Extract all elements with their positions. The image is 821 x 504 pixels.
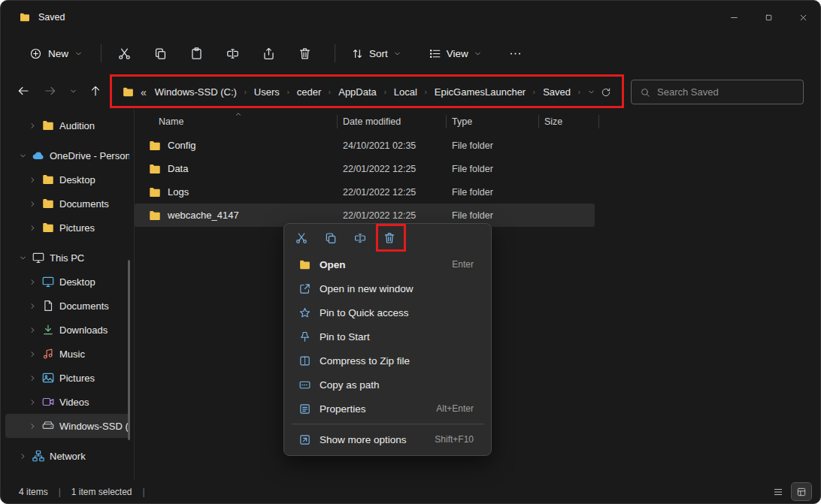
chevron-right-icon [383, 89, 388, 96]
breadcrumb-segment[interactable]: AppData [335, 83, 380, 101]
close-button[interactable] [786, 1, 820, 34]
sidebar-scrollbar[interactable] [128, 260, 130, 440]
sidebar-item-documents[interactable]: Documents [5, 294, 129, 318]
chevron-down-icon [393, 50, 401, 58]
sidebar-item-videos[interactable]: Videos [5, 390, 129, 414]
list-view-toggle-button[interactable] [768, 483, 788, 500]
search-input[interactable] [657, 86, 792, 98]
chevron-down-icon [474, 50, 482, 58]
breadcrumb-segment[interactable]: Saved [539, 83, 574, 101]
forward-button[interactable] [38, 79, 62, 103]
sidebar-item-label: Downloads [59, 324, 129, 336]
folder-icon [298, 258, 311, 271]
sidebar-item-desktop-onedrive[interactable]: Desktop [5, 167, 129, 192]
arrow-right-icon [44, 84, 57, 98]
context-menu-item-open[interactable]: Open Enter [288, 252, 487, 276]
sidebar-item-label: This PC [50, 252, 129, 264]
view-list-icon [429, 47, 441, 60]
menu-item-label: Pin to Quick access [320, 307, 409, 318]
minimize-button[interactable] [716, 1, 751, 34]
rename-button[interactable] [217, 40, 247, 67]
breadcrumb-segment[interactable]: Users [250, 83, 283, 101]
sidebar-item-label: Music [59, 349, 129, 360]
paste-button[interactable] [181, 40, 211, 67]
maximize-button[interactable] [751, 1, 786, 34]
sidebar-item-label: Documents [59, 198, 129, 210]
search-icon [640, 87, 650, 98]
file-row-logs[interactable]: Logs 22/01/2022 12:25 File folder [135, 180, 595, 204]
address-dropdown-button[interactable] [584, 82, 598, 103]
breadcrumb-segment[interactable]: Windows-SSD (C:) [151, 83, 241, 101]
context-menu-item-pin-to-start[interactable]: Pin to Start [288, 324, 487, 349]
details-view-toggle-button[interactable] [792, 483, 811, 500]
sidebar-item-documents-onedrive[interactable]: Documents [5, 192, 129, 216]
breadcrumb-collapse[interactable]: « [141, 86, 147, 98]
delete-button[interactable] [289, 40, 320, 67]
column-header-date-modified[interactable]: Date modified [337, 110, 446, 134]
context-menu-quick-actions [284, 224, 491, 252]
sidebar-item-onedrive[interactable]: OneDrive - Personal [5, 143, 129, 167]
sidebar-item-music[interactable]: Music [5, 342, 129, 366]
recent-locations-button[interactable] [64, 79, 82, 103]
rename-button[interactable] [349, 227, 371, 249]
column-header-name[interactable]: Name [135, 110, 337, 134]
up-button[interactable] [83, 79, 108, 103]
share-button[interactable] [253, 40, 283, 67]
context-menu-item-open-in-new-window[interactable]: Open in new window [288, 276, 487, 300]
sidebar-item-downloads[interactable]: Downloads [5, 318, 129, 342]
context-menu-item-properties[interactable]: Properties Alt+Enter [288, 397, 487, 421]
sidebar-item-windows-ssd[interactable]: Windows-SSD (C:) [5, 414, 129, 438]
sort-button[interactable]: Sort [343, 42, 410, 65]
breadcrumb-segment[interactable]: EpicGamesLauncher [431, 83, 529, 101]
sidebar-item-label: Documents [59, 300, 129, 312]
sidebar-item-this-pc[interactable]: This PC [5, 246, 129, 270]
download-icon [41, 323, 55, 337]
refresh-button[interactable] [598, 82, 613, 103]
chevron-right-icon [29, 374, 37, 382]
breadcrumb-segment[interactable]: ceder [293, 83, 326, 101]
sidebar-item-network[interactable]: Network [5, 444, 129, 468]
context-menu-item-pin-to-quick-access[interactable]: Pin to Quick access [288, 300, 487, 324]
new-button[interactable]: New [20, 42, 92, 65]
cut-button[interactable] [290, 227, 313, 249]
file-row-data[interactable]: Data 22/01/2022 12:25 File folder [135, 157, 595, 180]
menu-item-label: Copy as path [320, 379, 380, 391]
delete-button[interactable] [378, 227, 401, 249]
toolbar-divider [101, 44, 101, 62]
status-bar: 4 items | 1 item selected | [1, 480, 820, 503]
back-button[interactable] [11, 79, 35, 103]
chevron-down-icon [19, 152, 27, 160]
folder-icon [41, 221, 55, 234]
context-menu-item-copy-as-path[interactable]: Copy as path [288, 373, 487, 397]
navigation-pane: Audition OneDrive - Personal Desktop Doc… [1, 110, 135, 480]
sidebar-item-audition[interactable]: Audition [5, 113, 129, 137]
chevron-down-icon [19, 254, 27, 262]
file-row-config[interactable]: Config 24/10/2021 02:35 File folder [135, 134, 595, 157]
menu-item-label: Open in new window [320, 283, 414, 294]
chevron-right-icon [532, 89, 537, 96]
context-menu-item-compress-to-zip[interactable]: Compress to Zip file [288, 349, 487, 373]
sort-button-label: Sort [369, 48, 388, 59]
sidebar-item-desktop[interactable]: Desktop [5, 270, 129, 294]
breadcrumb-segment[interactable]: Local [390, 83, 421, 101]
rename-icon [353, 231, 367, 245]
column-header-size[interactable]: Size [538, 110, 598, 134]
menu-item-label: Open [320, 259, 346, 270]
sidebar-item-label: Desktop [59, 276, 129, 288]
sidebar-item-pictures-onedrive[interactable]: Pictures [5, 216, 129, 240]
copy-button[interactable] [145, 40, 175, 67]
sidebar-item-pictures[interactable]: Pictures [5, 366, 129, 390]
context-menu-item-show-more-options[interactable]: Show more options Shift+F10 [288, 427, 487, 451]
address-bar[interactable]: « Windows-SSD (C:) Users ceder AppData L… [113, 78, 621, 106]
more-options-button[interactable] [501, 40, 531, 67]
view-button[interactable]: View [420, 42, 490, 65]
sort-icon [351, 47, 364, 60]
sidebar-item-label: Videos [59, 397, 129, 408]
cut-button[interactable] [109, 40, 139, 67]
sidebar-item-label: Desktop [59, 174, 129, 186]
column-header-type[interactable]: Type [446, 110, 538, 134]
copy-icon [324, 231, 338, 245]
copy-button[interactable] [320, 227, 342, 249]
chevron-right-icon [29, 224, 37, 232]
open-new-window-icon [298, 282, 311, 295]
